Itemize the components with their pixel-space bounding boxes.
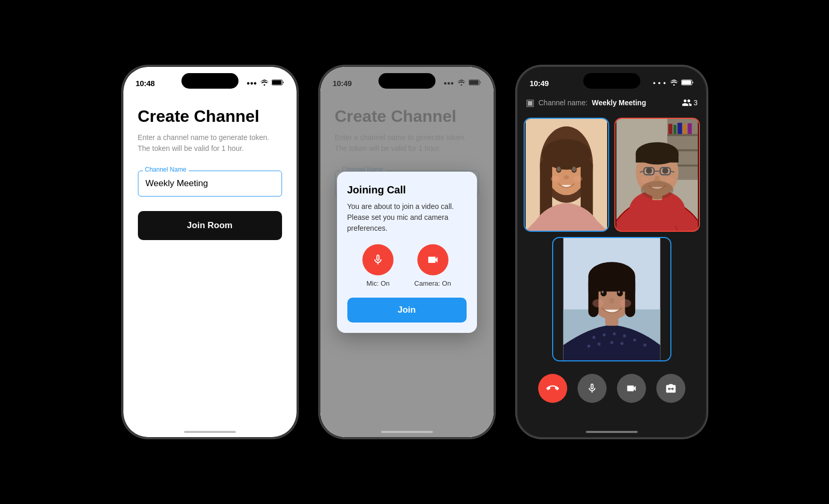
camera-control: Camera: On (414, 244, 451, 287)
battery-icon-3 (681, 79, 694, 87)
person-1-avatar (525, 119, 608, 231)
camera-button[interactable] (617, 374, 646, 403)
svg-point-16 (572, 166, 576, 172)
phone-1-screen: 10:48 ●●● (123, 67, 297, 437)
time-3: 10:49 (530, 79, 549, 88)
svg-point-52 (610, 341, 613, 344)
svg-point-56 (643, 344, 646, 347)
svg-rect-61 (588, 276, 598, 317)
dialog-overlay: Joining Call You are about to join a vid… (320, 67, 494, 437)
home-indicator-3 (586, 431, 638, 433)
svg-point-65 (601, 291, 603, 293)
dynamic-island-3 (583, 73, 640, 89)
page-subtitle-1: Enter a channel name to generate token.T… (138, 132, 282, 154)
svg-rect-26 (673, 125, 676, 134)
status-icons-1: ●●● (247, 79, 284, 87)
wifi-icon (260, 79, 269, 87)
dynamic-island-2 (378, 73, 435, 89)
svg-rect-38 (643, 167, 654, 175)
channel-name-input-1[interactable] (138, 171, 282, 197)
video-grid (517, 114, 706, 366)
svg-rect-39 (660, 167, 670, 175)
svg-point-54 (633, 339, 636, 342)
channel-name-label: Weekly Meeting (592, 99, 646, 107)
phones-container: 10:48 ●●● (0, 0, 829, 504)
signal-icon-3: ● ● ● (653, 80, 666, 86)
join-call-button[interactable]: Join (347, 298, 467, 323)
participants-count-value: 3 (694, 99, 698, 107)
end-call-button[interactable] (538, 374, 567, 403)
video-row-bottom (524, 237, 700, 361)
svg-rect-27 (677, 123, 682, 134)
call-header-channel-info: ▣ Channel name: Weekly Meeting (526, 97, 647, 108)
camera-toggle-button[interactable] (417, 244, 448, 275)
time-1: 10:48 (136, 79, 155, 88)
switch-camera-button[interactable] (656, 374, 685, 403)
video-tile-person-1 (524, 118, 609, 232)
person-3-avatar (553, 238, 670, 360)
svg-point-64 (616, 290, 623, 297)
svg-point-49 (612, 332, 615, 335)
channel-input-group-1: Channel Name (138, 171, 282, 197)
microphone-icon (586, 383, 598, 394)
svg-point-68 (620, 299, 631, 307)
camera-icon (626, 383, 637, 394)
svg-point-48 (602, 333, 606, 337)
battery-icon (272, 79, 284, 87)
svg-point-44 (665, 177, 674, 183)
dialog-av-controls: Mic: On Camera: On (347, 244, 467, 287)
participants-info: 3 (682, 99, 698, 107)
dynamic-island-1 (181, 73, 238, 89)
phone-1: 10:48 ●●● (122, 65, 298, 439)
mute-button[interactable] (578, 374, 607, 403)
create-channel-form-1: Create Channel Enter a channel name to g… (123, 94, 297, 253)
call-controls (517, 366, 706, 418)
svg-point-15 (556, 166, 560, 172)
switch-camera-icon (665, 383, 677, 394)
home-indicator-1 (184, 431, 236, 433)
svg-rect-28 (683, 124, 686, 134)
svg-rect-25 (668, 124, 672, 134)
mic-label: Mic: On (367, 279, 390, 287)
phone-2-screen: 10:49 ●●● (320, 67, 494, 437)
joining-call-dialog: Joining Call You are about to join a vid… (337, 172, 477, 333)
svg-point-53 (620, 342, 623, 345)
signal-icon: ●●● (247, 80, 257, 86)
svg-point-50 (623, 334, 626, 338)
mic-control: Mic: On (362, 244, 394, 287)
svg-point-12 (542, 139, 591, 170)
svg-rect-34 (636, 153, 678, 163)
video-row-top (524, 118, 700, 232)
video-tile-person-2 (614, 118, 700, 232)
status-icons-3: ● ● ● (653, 79, 693, 87)
phone-2: 10:49 ●●● (319, 65, 495, 439)
svg-rect-29 (687, 123, 692, 134)
home-indicator-2 (381, 431, 433, 433)
join-room-button-1[interactable]: Join Room (138, 211, 282, 240)
dialog-title: Joining Call (347, 184, 467, 196)
channel-label: Channel name: (539, 99, 588, 107)
participants-icon (682, 99, 692, 106)
video-tile-person-3 (552, 237, 671, 361)
svg-rect-62 (625, 276, 635, 317)
svg-point-17 (564, 175, 569, 179)
channel-icon: ▣ (526, 97, 535, 108)
svg-point-19 (573, 176, 582, 182)
svg-point-18 (551, 176, 560, 182)
channel-input-label-1: Channel Name (143, 166, 189, 173)
mic-toggle-button[interactable] (362, 244, 394, 275)
page-title-1: Create Channel (138, 106, 282, 126)
svg-point-66 (617, 291, 620, 293)
wifi-icon-3 (670, 79, 678, 87)
phone-3: 10:49 ● ● ● (516, 65, 708, 439)
dialog-description: You are about to join a video call. Plea… (347, 201, 467, 234)
svg-point-47 (592, 336, 595, 339)
svg-rect-5 (682, 80, 691, 85)
person-2-avatar (615, 119, 699, 231)
svg-point-51 (597, 343, 600, 346)
svg-point-63 (600, 290, 607, 297)
svg-rect-1 (272, 80, 282, 85)
svg-point-55 (587, 345, 590, 348)
svg-point-35 (641, 181, 673, 199)
svg-rect-22 (667, 134, 698, 136)
